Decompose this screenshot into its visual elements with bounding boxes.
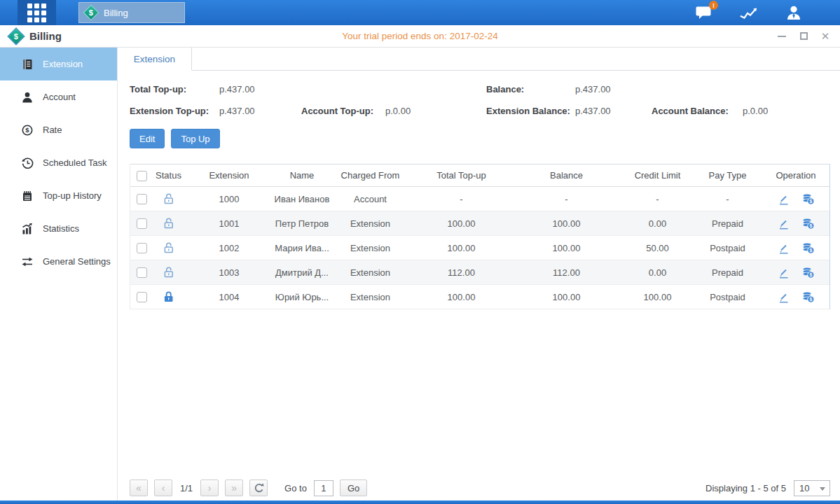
sidebar-item-statistics[interactable]: Statistics (0, 212, 117, 245)
topup-icon[interactable]: $ (801, 192, 815, 205)
apps-menu-button[interactable] (18, 0, 56, 25)
general-settings-icon (21, 255, 34, 268)
edit-button[interactable]: Edit (130, 129, 165, 148)
col-charged-from[interactable]: Charged From (330, 170, 411, 181)
tab-bar: Extension (118, 48, 840, 71)
unlocked-icon (163, 266, 174, 279)
tab-label: Extension (134, 54, 175, 64)
row-checkbox[interactable] (137, 292, 147, 302)
window-bottom-edge (0, 500, 840, 504)
tab-content: Total Top-up: p.437.00 Balance: p.437.00… (118, 71, 840, 500)
minimize-icon[interactable] (777, 31, 787, 41)
cell-name: Иван Иванов (274, 194, 330, 204)
account-icon (21, 91, 34, 104)
edit-icon[interactable] (778, 193, 790, 205)
cell-total-topup: 100.00 (411, 292, 512, 302)
svg-text:$: $ (809, 199, 812, 204)
taskbar-tab-billing[interactable]: $ Billing (78, 2, 185, 23)
status-lock-toggle[interactable] (153, 192, 184, 205)
sidebar-item-rate[interactable]: $ Rate (0, 113, 117, 146)
app-body: Extension Account $ Rate Scheduled Task … (0, 48, 840, 500)
cell-charged-from: Extension (330, 267, 411, 278)
statistics-icon (21, 223, 34, 235)
user-icon[interactable] (784, 4, 804, 21)
cell-balance: 100.00 (512, 218, 621, 229)
account-balance-label: Account Balance: (652, 106, 743, 116)
sidebar-item-extension[interactable]: Extension (0, 48, 117, 80)
cell-pay-type: Prepaid (694, 267, 761, 278)
balance-label: Balance: (486, 84, 575, 94)
first-page-button[interactable]: « (130, 479, 148, 496)
go-button[interactable]: Go (340, 479, 367, 496)
sidebar-item-account[interactable]: Account (0, 80, 117, 113)
main-panel: Extension Total Top-up: p.437.00 Balance… (118, 48, 840, 500)
billing-app-icon: $ (7, 27, 25, 45)
cell-balance: - (512, 194, 621, 204)
topup-icon[interactable]: $ (801, 241, 815, 254)
last-page-button[interactable]: » (225, 479, 243, 496)
edit-icon[interactable] (778, 291, 790, 303)
top-up-button[interactable]: Top Up (171, 129, 219, 148)
row-checkbox[interactable] (137, 267, 147, 278)
cell-extension: 1003 (184, 267, 274, 278)
col-pay-type[interactable]: Pay Type (694, 170, 761, 181)
extension-balance-label: Extension Balance: (486, 106, 575, 116)
status-lock-toggle[interactable] (153, 290, 184, 303)
col-balance[interactable]: Balance (512, 170, 621, 181)
close-icon[interactable]: ✕ (820, 31, 830, 41)
refresh-button[interactable] (249, 479, 268, 496)
cell-credit-limit: 0.00 (621, 218, 694, 229)
edit-icon[interactable] (778, 242, 790, 254)
topup-icon[interactable]: $ (801, 217, 815, 230)
cell-charged-from: Extension (330, 292, 411, 302)
status-lock-toggle[interactable] (153, 241, 184, 254)
unlocked-icon (163, 241, 174, 254)
table-body: 1000 Иван Иванов Account - - - - $ 1001 … (130, 187, 829, 309)
table-row: 1003 Дмитрий Д... Extension 112.00 112.0… (130, 260, 829, 285)
resource-monitor-icon[interactable] (739, 4, 759, 21)
row-checkbox[interactable] (137, 194, 147, 204)
unlocked-icon (163, 192, 174, 205)
messages-icon[interactable]: ! (694, 4, 714, 21)
sidebar-item-scheduled-task[interactable]: Scheduled Task (0, 146, 117, 179)
sidebar-item-label: Top-up History (43, 190, 102, 201)
row-checkbox[interactable] (137, 218, 147, 229)
topup-icon[interactable]: $ (801, 266, 815, 279)
sidebar-item-label: Scheduled Task (43, 158, 107, 168)
prev-page-button[interactable]: ‹ (154, 479, 172, 496)
sidebar-item-label: Rate (43, 125, 62, 135)
rate-icon: $ (21, 124, 34, 136)
edit-icon[interactable] (778, 218, 790, 230)
sidebar-item-general-settings[interactable]: General Settings (0, 245, 117, 278)
page-size-select[interactable]: 10 (794, 480, 830, 496)
status-lock-toggle[interactable] (153, 266, 184, 279)
col-total-topup[interactable]: Total Top-up (411, 170, 512, 181)
svg-text:$: $ (809, 272, 812, 278)
maximize-icon[interactable] (799, 31, 808, 41)
extension-topup-label: Extension Top-up: (130, 106, 219, 116)
row-checkbox[interactable] (137, 243, 147, 253)
topup-icon[interactable]: $ (801, 290, 815, 303)
goto-page-input[interactable] (314, 480, 333, 496)
sidebar-item-topup-history[interactable]: Top-up History (0, 179, 117, 212)
cell-credit-limit: - (621, 194, 694, 204)
status-lock-toggle[interactable] (153, 217, 184, 230)
col-extension[interactable]: Extension (184, 170, 274, 181)
extension-topup-value: p.437.00 (219, 106, 301, 116)
svg-text:$: $ (809, 297, 812, 302)
cell-credit-limit: 0.00 (621, 267, 694, 278)
select-all-checkbox[interactable] (137, 171, 147, 181)
cell-total-topup: 100.00 (411, 243, 512, 253)
table-header: Status Extension Name Charged From Total… (130, 164, 829, 187)
col-name[interactable]: Name (274, 170, 330, 181)
os-top-bar: $ Billing ! (0, 0, 840, 25)
svg-text:$: $ (809, 248, 812, 253)
tab-extension[interactable]: Extension (118, 48, 192, 71)
col-status[interactable]: Status (153, 170, 184, 181)
edit-icon[interactable] (778, 267, 790, 279)
account-balance-value: p.0.00 (743, 106, 830, 116)
next-page-button[interactable]: › (200, 479, 219, 496)
notification-badge: ! (709, 1, 718, 10)
cell-balance: 100.00 (512, 292, 621, 302)
col-credit-limit[interactable]: Credit Limit (621, 170, 694, 181)
